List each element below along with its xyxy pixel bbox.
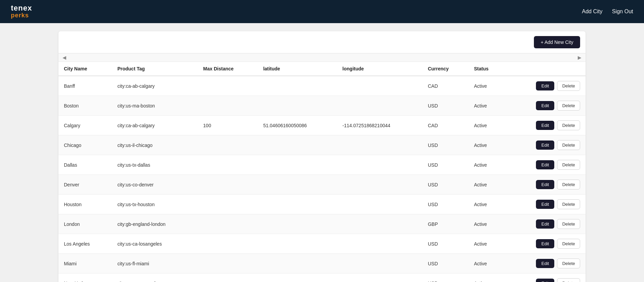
cell-max_distance [198, 273, 258, 282]
cell-max_distance [198, 135, 258, 155]
cell-actions: EditDelete [505, 175, 586, 195]
table-row: Calgarycity:ca-ab-calgary10051.046061600… [58, 116, 586, 135]
cell-product_tag: city:us-il-chicago [112, 135, 197, 155]
cell-city_name: Boston [58, 96, 112, 116]
cell-max_distance [198, 214, 258, 234]
cell-longitude [337, 96, 422, 116]
cell-actions: EditDelete [505, 195, 586, 214]
sign-out-button[interactable]: Sign Out [612, 9, 633, 15]
cell-latitude [258, 254, 337, 273]
cell-currency: USD [422, 273, 469, 282]
cell-longitude [337, 214, 422, 234]
col-product-tag: Product Tag [112, 62, 197, 76]
action-cell: EditDelete [511, 101, 580, 111]
cell-latitude [258, 234, 337, 254]
edit-button[interactable]: Edit [536, 219, 554, 229]
cell-currency: CAD [422, 76, 469, 96]
cell-city_name: Banff [58, 76, 112, 96]
col-currency: Currency [422, 62, 469, 76]
cell-city_name: Miami [58, 254, 112, 273]
cell-longitude [337, 273, 422, 282]
action-cell: EditDelete [511, 120, 580, 130]
cell-longitude: -114.07251868210044 [337, 116, 422, 135]
cell-latitude [258, 135, 337, 155]
cell-latitude [258, 76, 337, 96]
cell-product_tag: city:us-ma-boston [112, 96, 197, 116]
add-new-city-button[interactable]: + Add New City [534, 36, 580, 48]
cell-latitude [258, 155, 337, 175]
delete-button[interactable]: Delete [557, 219, 580, 229]
cell-max_distance [198, 96, 258, 116]
col-city-name: City Name [58, 62, 112, 76]
action-cell: EditDelete [511, 219, 580, 229]
scroll-right-arrow[interactable]: ▶ [576, 55, 583, 60]
cell-max_distance: 100 [198, 116, 258, 135]
cell-actions: EditDelete [505, 96, 586, 116]
cell-status: Active [469, 254, 506, 273]
cell-latitude [258, 175, 337, 195]
cell-actions: EditDelete [505, 214, 586, 234]
cell-latitude [258, 273, 337, 282]
cell-product_tag: city:us-tx-houston [112, 195, 197, 214]
delete-button[interactable]: Delete [557, 101, 580, 111]
cell-latitude [258, 195, 337, 214]
scroll-arrows-row: ◀ ▶ [58, 53, 586, 62]
cell-actions: EditDelete [505, 135, 586, 155]
scroll-left-arrow[interactable]: ◀ [61, 55, 68, 60]
table-body: Banffcity:ca-ab-calgaryCADActiveEditDele… [58, 76, 586, 282]
cell-currency: USD [422, 254, 469, 273]
navbar: tenex perks Add City Sign Out [0, 0, 644, 23]
cell-product_tag: city:us-ny-newyork [112, 273, 197, 282]
table-row: Chicagocity:us-il-chicagoUSDActiveEditDe… [58, 135, 586, 155]
cell-product_tag: city:ca-ab-calgary [112, 116, 197, 135]
cell-currency: USD [422, 175, 469, 195]
cell-city_name: Houston [58, 195, 112, 214]
cell-longitude [337, 234, 422, 254]
action-cell: EditDelete [511, 180, 580, 189]
cell-product_tag: city:us-fl-miami [112, 254, 197, 273]
delete-button[interactable]: Delete [557, 160, 580, 170]
delete-button[interactable]: Delete [557, 259, 580, 268]
cell-city_name: Calgary [58, 116, 112, 135]
cell-city_name: New York [58, 273, 112, 282]
cell-actions: EditDelete [505, 76, 586, 96]
cell-city_name: Chicago [58, 135, 112, 155]
cell-longitude [337, 195, 422, 214]
delete-button[interactable]: Delete [557, 278, 580, 282]
edit-button[interactable]: Edit [536, 101, 554, 110]
cell-max_distance [198, 234, 258, 254]
cell-longitude [337, 254, 422, 273]
cell-currency: USD [422, 195, 469, 214]
cell-status: Active [469, 76, 506, 96]
action-cell: EditDelete [511, 199, 580, 209]
add-city-nav-button[interactable]: Add City [582, 9, 602, 15]
delete-button[interactable]: Delete [557, 140, 580, 150]
cell-product_tag: city:us-ca-losangeles [112, 234, 197, 254]
col-longitude: longitude [337, 62, 422, 76]
delete-button[interactable]: Delete [557, 239, 580, 249]
cell-actions: EditDelete [505, 116, 586, 135]
cell-status: Active [469, 234, 506, 254]
edit-button[interactable]: Edit [536, 279, 554, 282]
edit-button[interactable]: Edit [536, 239, 554, 248]
cell-product_tag: city:us-co-denver [112, 175, 197, 195]
table-row: Miamicity:us-fl-miamiUSDActiveEditDelete [58, 254, 586, 273]
edit-button[interactable]: Edit [536, 259, 554, 268]
delete-button[interactable]: Delete [557, 180, 580, 189]
cell-max_distance [198, 155, 258, 175]
delete-button[interactable]: Delete [557, 81, 580, 91]
delete-button[interactable]: Delete [557, 120, 580, 130]
edit-button[interactable]: Edit [536, 160, 554, 169]
action-cell: EditDelete [511, 259, 580, 268]
edit-button[interactable]: Edit [536, 140, 554, 150]
cell-city_name: London [58, 214, 112, 234]
edit-button[interactable]: Edit [536, 180, 554, 189]
cell-city_name: Los Angeles [58, 234, 112, 254]
col-status: Status [469, 62, 506, 76]
cell-product_tag: city:us-tx-dallas [112, 155, 197, 175]
edit-button[interactable]: Edit [536, 200, 554, 209]
cell-status: Active [469, 116, 506, 135]
edit-button[interactable]: Edit [536, 121, 554, 130]
delete-button[interactable]: Delete [557, 199, 580, 209]
edit-button[interactable]: Edit [536, 81, 554, 90]
